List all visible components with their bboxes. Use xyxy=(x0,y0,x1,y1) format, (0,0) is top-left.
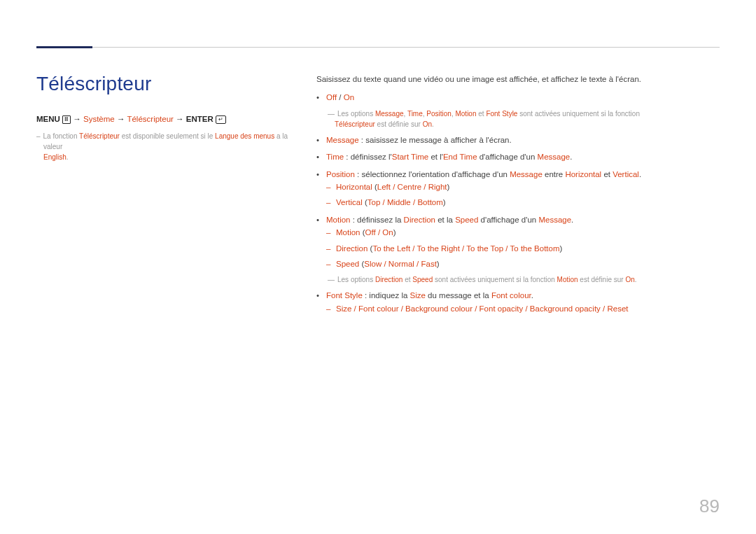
sublist-position: Horizontal (Left / Centre / Right) Verti… xyxy=(326,181,720,209)
page-title: Téléscripteur xyxy=(36,73,295,95)
note-hl: Langue des menus xyxy=(215,132,274,140)
dash-icon: ― xyxy=(328,110,335,118)
sub-fs-options: Size / Font colour / Background colour /… xyxy=(326,302,720,315)
sublist-motion: Motion (Off / On) Direction (To the Left… xyxy=(326,226,720,270)
divider-line xyxy=(36,47,720,48)
opt-on: On xyxy=(344,93,354,101)
arrow: → xyxy=(117,115,125,123)
bullet-list: Font Style : indiquez la Size du message… xyxy=(316,289,720,315)
note-text: La fonction xyxy=(43,132,80,140)
sub-speed: Speed (Slow / Normal / Fast) xyxy=(326,258,720,270)
menu-label: MENU xyxy=(36,115,60,123)
dash-icon: ― xyxy=(328,276,335,283)
enter-icon: ↵ xyxy=(216,115,226,124)
note-text: est disponible seulement si le xyxy=(120,132,215,140)
menu-path: MENU Ⅲ → Système → Téléscripteur → ENTER… xyxy=(36,115,295,124)
path-system: Système xyxy=(83,115,115,123)
bullet-position: Position : sélectionnez l'orientation d'… xyxy=(316,168,720,209)
bullet-motion: Motion : définissez la Direction et la S… xyxy=(316,213,720,271)
intro-text: Saisissez du texte quand une vidéo ou un… xyxy=(316,73,720,85)
bullet-off-on: Off / On xyxy=(316,91,720,104)
note-hl: Téléscripteur xyxy=(79,132,120,140)
note-activation: ―Les options Message, Time, Position, Mo… xyxy=(316,108,720,129)
bullet-list: Message : saisissez le message à affiche… xyxy=(316,134,720,271)
path-telescripteur: Téléscripteur xyxy=(127,115,173,123)
enter-label: ENTER xyxy=(186,115,214,123)
content-columns: Téléscripteur MENU Ⅲ → Système → Téléscr… xyxy=(36,73,720,319)
dash-icon: – xyxy=(36,132,41,140)
note-motion: ―Les options Direction et Speed sont act… xyxy=(316,274,720,285)
bullet-fontstyle: Font Style : indiquez la Size du message… xyxy=(316,289,720,315)
sub-motion: Motion (Off / On) xyxy=(326,226,720,239)
page-number: 89 xyxy=(699,496,720,517)
slash: / xyxy=(337,93,344,101)
sub-vertical: Vertical (Top / Middle / Bottom) xyxy=(326,196,720,209)
left-footnote: –La fonction Téléscripteur est disponibl… xyxy=(36,131,295,162)
accent-bar xyxy=(36,46,92,48)
top-rule xyxy=(36,42,720,52)
arrow: → xyxy=(176,115,184,123)
sub-direction: Direction (To the Left / To the Right / … xyxy=(326,242,720,255)
sub-horizontal: Horizontal (Left / Centre / Right) xyxy=(326,181,720,193)
note-hl: English xyxy=(43,153,66,161)
bullet-message: Message : saisissez le message à affiche… xyxy=(316,134,720,146)
note-text: . xyxy=(66,153,69,161)
opt-off: Off xyxy=(326,93,337,101)
bullet-time: Time : définissez l'Start Time et l'End … xyxy=(316,150,720,163)
sublist-fontstyle: Size / Font colour / Background colour /… xyxy=(326,302,720,315)
menu-icon: Ⅲ xyxy=(62,115,71,124)
page: Téléscripteur MENU Ⅲ → Système → Téléscr… xyxy=(0,0,756,534)
bullet-list: Off / On xyxy=(316,91,720,104)
right-column: Saisissez du texte quand une vidéo ou un… xyxy=(316,73,720,319)
left-column: Téléscripteur MENU Ⅲ → Système → Téléscr… xyxy=(36,73,295,319)
arrow: → xyxy=(73,115,81,123)
